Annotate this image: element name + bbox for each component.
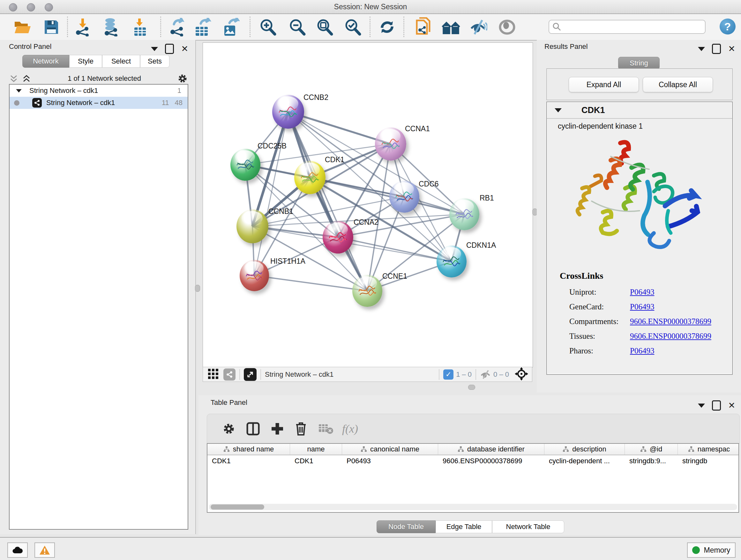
close-panel-icon[interactable]: ✕ bbox=[181, 45, 188, 53]
expand-all-button[interactable]: Expand All bbox=[569, 77, 639, 92]
search-input[interactable] bbox=[549, 20, 705, 34]
node-CCNA2[interactable] bbox=[323, 221, 353, 253]
tab-select[interactable]: Select bbox=[102, 55, 140, 68]
import-table-icon[interactable] bbox=[131, 18, 149, 37]
float-panel-icon[interactable] bbox=[165, 44, 174, 54]
column-header-description[interactable]: description bbox=[544, 444, 625, 455]
crosslink-link[interactable]: 9606.ENSP00000378699 bbox=[630, 332, 711, 341]
table-cell[interactable]: CDK1 bbox=[207, 455, 290, 467]
delete-table-icon[interactable] bbox=[317, 420, 335, 438]
zoom-selected-icon[interactable] bbox=[343, 18, 362, 37]
node-CCNE1[interactable] bbox=[352, 275, 382, 307]
table-cell[interactable]: cyclin-dependent ... bbox=[544, 455, 625, 467]
crosslink-link[interactable]: P06493 bbox=[630, 347, 654, 355]
tab-network[interactable]: Network bbox=[22, 55, 69, 68]
help-icon[interactable]: ? bbox=[720, 18, 736, 35]
tab-edge-table[interactable]: Edge Table bbox=[435, 520, 492, 533]
node-CDC25B[interactable] bbox=[230, 149, 260, 181]
table-cell[interactable]: stringdb bbox=[678, 455, 739, 467]
import-database-icon[interactable] bbox=[102, 18, 120, 37]
float-panel-icon[interactable] bbox=[712, 400, 721, 411]
close-panel-icon[interactable]: ✕ bbox=[728, 45, 735, 53]
home-icon[interactable] bbox=[442, 18, 460, 37]
left-splitter-handle[interactable] bbox=[195, 285, 200, 292]
edge-CDK1-RB1[interactable] bbox=[310, 178, 464, 214]
tab-style[interactable]: Style bbox=[69, 55, 102, 68]
node-CDC6[interactable] bbox=[389, 181, 419, 212]
protein-card-header[interactable]: CDK1 bbox=[547, 102, 732, 119]
column-header--id[interactable]: @id bbox=[625, 444, 678, 455]
zoom-out-icon[interactable] bbox=[288, 18, 307, 37]
network-collection-row[interactable]: String Network – cdk1 1 bbox=[10, 84, 188, 97]
horizontal-scrollbar[interactable] bbox=[209, 504, 737, 510]
node-CDKN1A[interactable] bbox=[436, 246, 467, 277]
warnings-button[interactable] bbox=[35, 543, 55, 558]
hidden-eye-icon[interactable] bbox=[480, 370, 491, 379]
delete-column-icon[interactable] bbox=[292, 420, 310, 438]
bottom-splitter-handle[interactable] bbox=[468, 385, 475, 390]
edge-CCNA2-CDKN1A[interactable] bbox=[338, 237, 452, 261]
column-header-namespac[interactable]: namespac bbox=[678, 444, 739, 455]
column-header-canonical-name[interactable]: canonical name bbox=[342, 444, 438, 455]
zoom-in-icon[interactable] bbox=[259, 18, 277, 37]
table-cell[interactable]: P06493 bbox=[342, 455, 438, 467]
share-document-icon[interactable] bbox=[414, 18, 433, 37]
table-row[interactable]: CDK1CDK1P064939606.ENSP00000378699cyclin… bbox=[207, 455, 738, 467]
tree-expander-icon[interactable] bbox=[16, 89, 22, 92]
detach-view-icon[interactable] bbox=[244, 368, 257, 381]
collapse-panel-icon[interactable] bbox=[698, 47, 705, 51]
node-CCNB2[interactable] bbox=[272, 95, 304, 129]
collapse-section-icon[interactable] bbox=[555, 108, 562, 112]
function-builder-icon[interactable]: f(x) bbox=[341, 420, 359, 438]
refresh-icon[interactable] bbox=[378, 18, 396, 37]
network-row[interactable]: String Network – cdk1 11 48 bbox=[10, 97, 188, 109]
show-all-icon[interactable] bbox=[498, 18, 516, 37]
gear-icon[interactable] bbox=[178, 73, 188, 84]
crosslink-link[interactable]: P06493 bbox=[630, 302, 654, 311]
column-header-shared-name[interactable]: shared name bbox=[207, 444, 290, 455]
show-columns-icon[interactable] bbox=[244, 420, 262, 438]
create-column-icon[interactable] bbox=[268, 420, 286, 438]
float-panel-icon[interactable] bbox=[712, 44, 721, 54]
expand-all-chevron-icon[interactable] bbox=[22, 74, 31, 83]
table-cell[interactable]: CDK1 bbox=[290, 455, 342, 467]
node-CCNB1[interactable] bbox=[237, 209, 268, 243]
close-panel-icon[interactable]: ✕ bbox=[728, 401, 735, 410]
table-cell[interactable]: 9606.ENSP00000378699 bbox=[438, 455, 544, 467]
grid-view-icon[interactable] bbox=[207, 368, 219, 381]
table-cell[interactable]: stringdb:9... bbox=[625, 455, 678, 467]
column-header-name[interactable]: name bbox=[290, 444, 342, 455]
tab-sets[interactable]: Sets bbox=[140, 55, 170, 68]
export-network-icon[interactable] bbox=[168, 18, 186, 37]
memory-button[interactable]: Memory bbox=[687, 543, 736, 558]
crosslink-link[interactable]: P06493 bbox=[630, 288, 654, 297]
selected-checkbox-icon[interactable]: ✓ bbox=[443, 369, 454, 380]
tab-string[interactable]: String bbox=[618, 57, 660, 70]
zoom-fit-icon[interactable] bbox=[315, 18, 334, 37]
collapse-panel-icon[interactable] bbox=[698, 403, 705, 408]
column-header-database-identifier[interactable]: database identifier bbox=[438, 444, 544, 455]
collapse-all-chevron-icon[interactable] bbox=[9, 74, 18, 83]
network-overview-icon[interactable] bbox=[223, 368, 235, 381]
export-table-icon[interactable] bbox=[193, 18, 212, 37]
edge-HIST1H1A-CCNE1[interactable] bbox=[254, 275, 367, 291]
crosslink-link[interactable]: 9606.ENSP00000378699 bbox=[630, 317, 711, 326]
network-view-canvas[interactable]: CCNB2CCNA1CDC25BCDK1CDC6RB1CCNB1CCNA2CDK… bbox=[203, 43, 533, 368]
cloud-status-button[interactable] bbox=[7, 543, 28, 558]
birds-eye-icon[interactable] bbox=[515, 367, 528, 382]
scrollbar-thumb[interactable] bbox=[211, 504, 264, 509]
tab-node-table[interactable]: Node Table bbox=[377, 520, 435, 533]
node-RB1[interactable] bbox=[449, 198, 479, 230]
save-session-icon[interactable] bbox=[42, 18, 61, 37]
export-image-icon[interactable] bbox=[221, 18, 240, 37]
node-CDK1[interactable] bbox=[294, 161, 326, 194]
import-network-icon[interactable] bbox=[73, 18, 92, 37]
hide-selected-icon[interactable] bbox=[469, 18, 488, 37]
table-settings-gear-icon[interactable] bbox=[220, 420, 238, 438]
collapse-all-button[interactable]: Collapse All bbox=[643, 77, 713, 92]
collapse-panel-icon[interactable] bbox=[151, 47, 158, 51]
open-file-icon[interactable] bbox=[13, 18, 32, 37]
node-HIST1H1A[interactable] bbox=[240, 260, 269, 291]
tab-network-table[interactable]: Network Table bbox=[492, 520, 564, 533]
node-CCNA1[interactable] bbox=[375, 127, 406, 161]
